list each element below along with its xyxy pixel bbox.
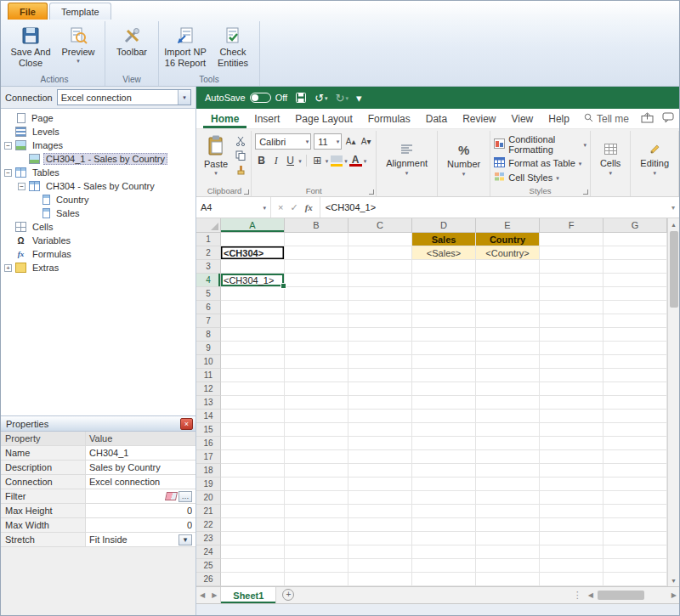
cell-d3[interactable] <box>412 260 476 274</box>
cell-b20[interactable] <box>285 491 348 505</box>
vertical-scrollbar-thumb[interactable] <box>670 231 678 308</box>
cell-b26[interactable] <box>285 573 348 586</box>
cell-g10[interactable] <box>604 355 667 369</box>
preview-button[interactable]: Preview ▾ <box>54 21 102 67</box>
sheet-nav-left-icon[interactable]: ◀ <box>196 587 208 603</box>
increase-font-size-icon[interactable]: A▴ <box>344 135 357 149</box>
file-tab[interactable]: File <box>8 3 48 20</box>
cell-d20[interactable] <box>412 491 476 505</box>
cell-a23[interactable] <box>221 532 285 545</box>
cell-f11[interactable] <box>540 369 604 382</box>
cell-g23[interactable] <box>604 532 667 545</box>
clipboard-dialog-launcher-icon[interactable] <box>244 189 249 195</box>
row-header-13[interactable]: 13 <box>196 396 221 410</box>
row-header-15[interactable]: 15 <box>196 423 221 437</box>
cell-f6[interactable] <box>540 301 604 314</box>
cell-g7[interactable] <box>604 314 667 328</box>
excel-tab-home[interactable]: Home <box>203 109 246 128</box>
cell-e11[interactable] <box>476 369 540 382</box>
cell-c21[interactable] <box>348 505 412 518</box>
cell-c8[interactable] <box>348 328 412 342</box>
cell-f16[interactable] <box>540 437 604 450</box>
cell-a17[interactable] <box>221 450 285 464</box>
cell-d16[interactable] <box>412 437 476 450</box>
cell-b3[interactable] <box>285 260 348 274</box>
cell-f13[interactable] <box>540 396 604 410</box>
cell-b5[interactable] <box>285 287 348 301</box>
cell-b16[interactable] <box>285 437 348 450</box>
property-value-description[interactable]: Sales by Country <box>86 461 196 474</box>
cut-icon[interactable] <box>234 135 247 147</box>
cell-b22[interactable] <box>285 518 348 532</box>
row-header-1[interactable]: 1 <box>196 233 221 246</box>
row-header-3[interactable]: 3 <box>196 260 221 274</box>
cell-e16[interactable] <box>476 437 540 450</box>
cell-a5[interactable] <box>221 287 285 301</box>
bold-button[interactable]: B <box>255 154 268 167</box>
fill-color-dropdown-icon[interactable]: ▾ <box>344 158 348 164</box>
select-all-corner[interactable] <box>196 218 221 233</box>
row-header-7[interactable]: 7 <box>196 314 221 328</box>
cell-a7[interactable] <box>221 314 285 328</box>
toolbar-button[interactable]: Toolbar <box>108 21 156 61</box>
cell-e6[interactable] <box>476 301 540 314</box>
cell-a20[interactable] <box>221 491 285 505</box>
cell-c11[interactable] <box>348 369 412 382</box>
tree-item-sales[interactable]: Sales <box>1 206 196 220</box>
cell-e3[interactable] <box>476 260 540 274</box>
close-properties-button[interactable]: × <box>180 418 193 430</box>
cell-f17[interactable] <box>540 450 604 464</box>
underline-dropdown-icon[interactable]: ▾ <box>298 158 302 164</box>
cell-e17[interactable] <box>476 450 540 464</box>
cell-d24[interactable] <box>412 545 476 559</box>
cell-a14[interactable] <box>221 410 285 423</box>
cell-b4[interactable] <box>285 274 348 287</box>
cell-c13[interactable] <box>348 396 412 410</box>
cell-d2[interactable]: <Sales> <box>412 246 476 260</box>
conditional-formatting-button[interactable]: Conditional Formatting ▾ <box>494 134 586 155</box>
tree-expander-icon[interactable]: − <box>18 183 26 190</box>
cell-b13[interactable] <box>285 396 348 410</box>
cell-b12[interactable] <box>285 382 348 396</box>
font-name-select[interactable]: Calibri▾ <box>255 133 311 150</box>
cell-c25[interactable] <box>348 559 412 573</box>
cell-c10[interactable] <box>348 355 412 369</box>
cell-a26[interactable] <box>221 573 285 586</box>
cell-c26[interactable] <box>348 573 412 586</box>
cell-d25[interactable] <box>412 559 476 573</box>
tree-item-tables[interactable]: −Tables <box>1 166 196 179</box>
cell-e5[interactable] <box>476 287 540 301</box>
tree-item-cells[interactable]: Cells <box>1 220 196 234</box>
cell-g16[interactable] <box>604 437 667 450</box>
cell-g17[interactable] <box>604 450 667 464</box>
cell-c20[interactable] <box>348 491 412 505</box>
cell-g13[interactable] <box>604 396 667 410</box>
cell-a13[interactable] <box>221 396 285 410</box>
cell-a12[interactable] <box>221 382 285 396</box>
borders-dropdown-icon[interactable]: ▾ <box>326 158 329 164</box>
tree-item-ch304-sales-by-country[interactable]: −CH304 - Sales by Country <box>1 179 196 193</box>
import-report-button[interactable]: Import NP 16 Report <box>162 21 209 71</box>
font-dialog-launcher-icon[interactable] <box>369 189 374 195</box>
column-header-g[interactable]: G <box>604 218 667 233</box>
vertical-scrollbar[interactable]: ▲ ▼ <box>667 218 679 586</box>
font-color-dropdown-icon[interactable]: ▾ <box>364 158 367 164</box>
cell-d1[interactable]: Sales <box>412 233 476 246</box>
tree-item-page[interactable]: Page <box>1 111 196 125</box>
cell-a9[interactable] <box>221 342 285 355</box>
column-header-c[interactable]: C <box>348 218 412 233</box>
cell-f18[interactable] <box>540 464 604 478</box>
excel-tab-data[interactable]: Data <box>418 109 455 128</box>
copy-icon[interactable] <box>234 150 247 161</box>
cell-b25[interactable] <box>285 559 348 573</box>
row-header-24[interactable]: 24 <box>196 545 221 559</box>
excel-tab-insert[interactable]: Insert <box>246 109 287 128</box>
cell-f7[interactable] <box>540 314 604 328</box>
row-header-16[interactable]: 16 <box>196 437 221 450</box>
cell-a10[interactable] <box>221 355 285 369</box>
horizontal-scrollbar-thumb[interactable] <box>598 591 644 600</box>
property-value-max-width[interactable]: 0 <box>86 518 196 532</box>
cell-c7[interactable] <box>348 314 412 328</box>
cell-f3[interactable] <box>540 260 604 274</box>
check-entities-button[interactable]: Check Entities <box>209 21 257 71</box>
